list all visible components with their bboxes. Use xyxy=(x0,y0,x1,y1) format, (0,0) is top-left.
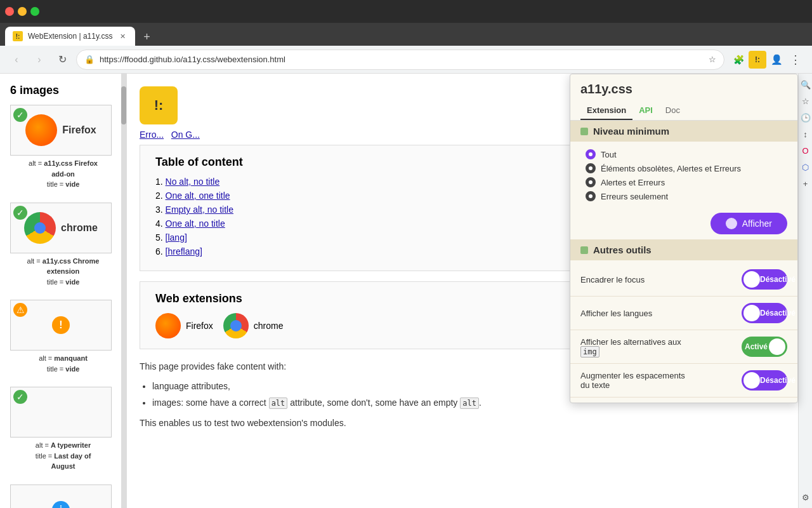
toc-link-6[interactable]: [hreflang] xyxy=(166,246,202,257)
radio-tout[interactable]: Tout xyxy=(586,149,787,159)
toggle-row-espacement: Augmenter les espacements du texte Désac… xyxy=(570,364,797,398)
webext-chrome-label: chrome xyxy=(254,321,284,331)
check-badge: ✓ xyxy=(13,206,27,220)
image-thumb-typewriter: ✓ xyxy=(10,387,112,438)
tab-bar: !: WebExtension | a11y.css ✕ + xyxy=(0,23,812,46)
toggle-knob-focus xyxy=(743,271,760,288)
afficher-knob xyxy=(726,218,737,229)
radio-label-erreurs: Erreurs seulement xyxy=(601,192,668,201)
toggle-label-espacement: Augmenter les espacements du texte xyxy=(580,371,694,390)
images-count: 6 images xyxy=(10,84,116,97)
toggle-row-alternatives: Afficher les alternatives aux img Activé xyxy=(570,330,797,364)
sidebar-office-icon[interactable]: O xyxy=(800,145,811,156)
image-meta-warning: alt = manquant title = vide xyxy=(10,353,116,374)
toggle-alternatives[interactable]: Activé xyxy=(742,337,787,357)
sidebar-sync-icon[interactable]: ↕ xyxy=(800,128,811,140)
afficher-label: Afficher xyxy=(742,218,772,229)
erro-link[interactable]: Erro... xyxy=(140,130,164,140)
extensions-button[interactable]: 🧩 xyxy=(730,51,747,69)
radio-circle-alertes xyxy=(586,177,596,187)
ong-link[interactable]: On G... xyxy=(171,130,200,140)
browser-tab[interactable]: !: WebExtension | a11y.css ✕ xyxy=(5,27,135,46)
tab-api[interactable]: API xyxy=(632,102,659,120)
new-tab-button[interactable]: + xyxy=(138,28,155,46)
forward-button[interactable]: › xyxy=(30,51,48,69)
image-meta-firefox: alt = a11y.css Firefoxadd-on title = vid… xyxy=(10,158,116,190)
image-item: ✓ alt = A typewriter title = Last day of… xyxy=(10,387,116,472)
profile-icon: 👤 xyxy=(771,54,783,65)
sidebar-settings-icon[interactable]: ⚙ xyxy=(800,491,811,503)
firefox-logo xyxy=(25,114,57,146)
webext-firefox-label: Firefox xyxy=(186,321,213,331)
toc-link-2[interactable]: One alt, one title xyxy=(166,190,230,201)
radio-circle-erreurs xyxy=(586,191,596,201)
menu-icon: ⋮ xyxy=(790,53,801,67)
maximize-window-button[interactable] xyxy=(30,7,39,16)
afficher-button[interactable]: Afficher xyxy=(710,213,787,234)
toc-link-1[interactable]: No alt, no title xyxy=(166,177,220,187)
exclamation-icon: ! xyxy=(52,316,70,334)
toc-link-4[interactable]: One alt, no title xyxy=(166,218,225,229)
image-thumb-info: i xyxy=(10,485,112,509)
left-panel: 6 images ✓ Firefox alt = a11y.css Firefo… xyxy=(0,74,127,508)
toggle-state-alternatives: Activé xyxy=(743,342,769,351)
bookmark-icon[interactable]: ☆ xyxy=(709,55,716,64)
toggle-label-alternatives: Afficher les alternatives aux img xyxy=(580,337,694,356)
toggle-espacement[interactable]: Désactivé xyxy=(742,370,787,391)
image-item: ✓ chrome alt = a11y.css Chromeextension … xyxy=(10,203,116,288)
sidebar-history-icon[interactable]: 🕒 xyxy=(800,112,811,123)
lock-icon: 🔒 xyxy=(84,55,95,64)
warning-badge: ⚠ xyxy=(13,303,27,317)
toolbar-right: 🧩 !: 👤 ⋮ xyxy=(730,51,804,69)
extensions-icon: 🧩 xyxy=(733,55,744,65)
sidebar-add-icon[interactable]: + xyxy=(800,178,811,189)
autres-section-header: Autres outils xyxy=(570,239,797,260)
toggle-langues[interactable]: Désactivé xyxy=(742,303,787,323)
toggle-knob-espacement xyxy=(743,372,760,389)
radio-erreurs[interactable]: Erreurs seulement xyxy=(586,191,787,201)
menu-button[interactable]: ⋮ xyxy=(787,51,804,69)
toggle-label-focus: Encadrer le focus xyxy=(580,275,645,284)
toggle-focus[interactable]: Désactivé xyxy=(742,269,787,290)
close-window-button[interactable] xyxy=(5,7,14,16)
img-tag: img xyxy=(580,346,599,358)
scrollbar[interactable] xyxy=(121,74,126,508)
toc-link-3[interactable]: Empty alt, no title xyxy=(166,204,233,215)
address-bar[interactable]: 🔒 https://ffoodd.github.io/a11y.css/webe… xyxy=(76,50,724,70)
scrollbar-thumb[interactable] xyxy=(121,86,126,124)
toc-link-5[interactable]: [lang] xyxy=(166,232,187,243)
a11y-extension-button[interactable]: !: xyxy=(749,51,766,69)
toggle-knob-langues xyxy=(743,305,760,321)
sidebar-search-icon[interactable]: 🔍 xyxy=(800,79,811,90)
radio-alertes[interactable]: Alertes et Erreurs xyxy=(586,177,787,187)
popup-header: a11y.css xyxy=(570,74,797,102)
sidebar-bookmark-icon[interactable]: ☆ xyxy=(800,95,811,107)
toggle-knob-alternatives xyxy=(769,338,785,355)
image-meta-typewriter: alt = A typewriter title = Last day ofAu… xyxy=(10,440,116,472)
image-thumb-firefox: ✓ Firefox xyxy=(10,105,112,156)
we-icon: !: xyxy=(140,86,178,124)
reload-button[interactable]: ↻ xyxy=(53,51,71,69)
window-controls xyxy=(5,7,39,16)
back-button[interactable]: ‹ xyxy=(8,51,25,69)
radio-label-elements: Éléments obsolètes, Alertes et Erreurs xyxy=(601,164,741,173)
radio-circle-elements xyxy=(586,163,596,173)
check-badge: ✓ xyxy=(13,108,27,122)
radio-group: Tout Éléments obsolètes, Alertes et Erre… xyxy=(570,144,797,210)
image-item: ⚠ ! alt = manquant title = vide xyxy=(10,300,116,374)
minimize-window-button[interactable] xyxy=(18,7,27,16)
toggle-row-focus: Encadrer le focus Désactivé xyxy=(570,263,797,297)
profile-button[interactable]: 👤 xyxy=(768,51,785,69)
sidebar-extension-icon[interactable]: ⬡ xyxy=(800,161,811,173)
tab-close-button[interactable]: ✕ xyxy=(117,31,128,41)
radio-elements[interactable]: Éléments obsolètes, Alertes et Erreurs xyxy=(586,163,787,173)
tab-extension[interactable]: Extension xyxy=(580,102,632,120)
alt-code-2: alt xyxy=(460,398,479,409)
tab-favicon: !: xyxy=(13,31,23,41)
image-thumb-warning: ⚠ ! xyxy=(10,300,112,351)
image-item: i xyxy=(10,485,116,509)
radio-label-alertes: Alertes et Erreurs xyxy=(601,178,665,187)
tab-doc[interactable]: Doc xyxy=(659,102,686,120)
desc-para2: This enables us to test two webextension… xyxy=(140,416,785,430)
popup-title: a11y.css xyxy=(580,82,787,97)
